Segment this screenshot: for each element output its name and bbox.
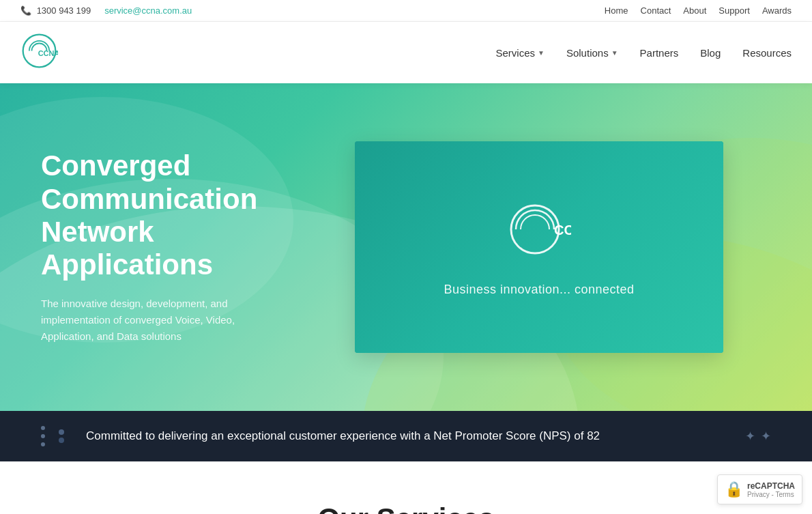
nav-blog[interactable]: Blog: [700, 47, 721, 59]
nav-links: Services ▼ Solutions ▼ Partners Blog Res…: [496, 47, 792, 59]
nps-dot-2: [41, 434, 45, 438]
recaptcha-subtext: Privacy - Terms: [747, 491, 795, 498]
recaptcha-badge: 🔒 reCAPTCHA Privacy - Terms: [717, 474, 802, 504]
svg-point-7: [511, 205, 559, 253]
hero-content: Converged Communication Network Applicat…: [0, 141, 812, 353]
nps-indicator-dot: [59, 429, 64, 435]
svg-text:CCNA: CCNA: [38, 49, 58, 57]
nps-star-2: ✦: [761, 429, 771, 444]
nav-support-top[interactable]: Support: [719, 5, 750, 16]
nps-star-1: ✦: [745, 429, 755, 444]
nps-bar-text: Committed to delivering an exceptional c…: [86, 429, 731, 443]
main-nav: CCNA Services ▼ Solutions ▼ Partners Blo…: [0, 22, 812, 83]
solutions-dropdown-icon: ▼: [611, 49, 618, 57]
nps-dots-left: [41, 426, 45, 446]
our-services-title: Our Services: [20, 502, 792, 514]
nps-dot-1: [41, 426, 45, 430]
nav-about-top[interactable]: About: [683, 5, 706, 16]
top-bar-left: 📞 1300 943 199 service@ccna.com.au: [20, 5, 192, 16]
nps-indicator-dot-2: [59, 438, 64, 443]
recaptcha-label: reCAPTCHA: [747, 481, 795, 491]
phone-icon: 📞: [20, 5, 31, 16]
svg-text:CCNA: CCNA: [554, 223, 571, 238]
nps-dot-3: [41, 442, 45, 446]
recaptcha-icon: 🔒: [725, 481, 743, 498]
email-link[interactable]: service@ccna.com.au: [104, 5, 192, 16]
hero-card-tagline: Business innovation... connected: [444, 283, 634, 297]
hero-subtitle: The innovative design, development, and …: [41, 296, 273, 345]
services-dropdown-icon: ▼: [538, 49, 545, 57]
logo[interactable]: CCNA: [20, 32, 61, 73]
top-bar: 📞 1300 943 199 service@ccna.com.au Home …: [0, 0, 812, 22]
top-bar-right: Home Contact About Support Awards: [605, 5, 792, 16]
nav-partners[interactable]: Partners: [640, 47, 679, 59]
nav-resources[interactable]: Resources: [742, 47, 792, 59]
nav-contact-top[interactable]: Contact: [641, 5, 671, 16]
nav-solutions[interactable]: Solutions ▼: [566, 47, 618, 59]
our-services-section: Our Services: [0, 461, 812, 514]
nav-awards-top[interactable]: Awards: [762, 5, 792, 16]
nps-bar: Committed to delivering an exceptional c…: [0, 411, 812, 461]
recaptcha-text: reCAPTCHA Privacy - Terms: [747, 481, 795, 498]
phone-number: 📞 1300 943 199: [20, 5, 91, 16]
hero-text: Converged Communication Network Applicat…: [41, 149, 328, 344]
logo-area[interactable]: CCNA: [20, 32, 61, 73]
nav-services[interactable]: Services ▼: [496, 47, 545, 59]
hero-section: Converged Communication Network Applicat…: [0, 83, 812, 411]
hero-card-logo: CCNA: [506, 197, 571, 262]
hero-card: CCNA Business innovation... connected: [355, 141, 723, 353]
nav-home-top[interactable]: Home: [605, 5, 628, 16]
hero-title: Converged Communication Network Applicat…: [41, 149, 328, 281]
nps-decorations-right: ✦ ✦: [745, 429, 771, 444]
